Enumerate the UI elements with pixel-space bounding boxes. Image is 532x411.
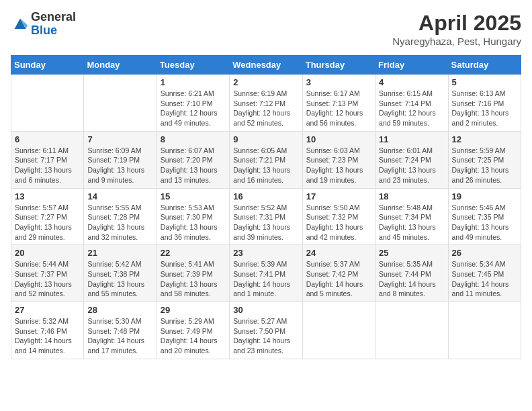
calendar-table: SundayMondayTuesdayWednesdayThursdayFrid… [11,55,521,359]
day-number: 30 [233,305,298,315]
day-number: 12 [452,134,517,144]
day-detail: Sunrise: 5:57 AM Sunset: 7:27 PM Dayligh… [15,203,80,242]
header-monday: Monday [84,56,157,75]
day-number: 20 [15,248,80,258]
day-detail: Sunrise: 6:21 AM Sunset: 7:10 PM Dayligh… [161,89,226,128]
calendar-cell: 11Sunrise: 6:01 AM Sunset: 7:24 PM Dayli… [375,131,448,188]
day-number: 9 [233,134,298,144]
day-detail: Sunrise: 5:50 AM Sunset: 7:32 PM Dayligh… [306,203,371,242]
calendar-cell: 3Sunrise: 6:17 AM Sunset: 7:13 PM Daylig… [302,75,375,132]
day-number: 1 [161,77,226,87]
calendar-cell: 9Sunrise: 6:05 AM Sunset: 7:21 PM Daylig… [230,131,302,188]
day-detail: Sunrise: 6:07 AM Sunset: 7:20 PM Dayligh… [161,146,226,185]
day-number: 10 [306,134,371,144]
day-detail: Sunrise: 6:17 AM Sunset: 7:13 PM Dayligh… [306,89,371,128]
day-number: 17 [306,191,371,201]
day-number: 25 [379,248,444,258]
day-detail: Sunrise: 5:59 AM Sunset: 7:25 PM Dayligh… [452,146,517,185]
day-detail: Sunrise: 6:01 AM Sunset: 7:24 PM Dayligh… [379,146,444,185]
day-number: 18 [379,191,444,201]
calendar-cell: 19Sunrise: 5:46 AM Sunset: 7:35 PM Dayli… [448,188,521,245]
day-number: 16 [233,191,298,201]
calendar-cell: 10Sunrise: 6:03 AM Sunset: 7:23 PM Dayli… [302,131,375,188]
day-number: 23 [233,248,298,258]
calendar-cell: 8Sunrise: 6:07 AM Sunset: 7:20 PM Daylig… [157,131,229,188]
day-number: 7 [87,134,152,144]
calendar-cell: 2Sunrise: 6:19 AM Sunset: 7:12 PM Daylig… [230,75,302,132]
page-title: April 2025 [392,11,521,36]
header-tuesday: Tuesday [157,56,229,75]
day-number: 11 [379,134,444,144]
calendar-cell: 13Sunrise: 5:57 AM Sunset: 7:27 PM Dayli… [11,188,84,245]
calendar-cell: 21Sunrise: 5:42 AM Sunset: 7:38 PM Dayli… [84,245,157,302]
day-detail: Sunrise: 5:52 AM Sunset: 7:31 PM Dayligh… [233,203,298,242]
header-thursday: Thursday [302,56,375,75]
calendar-cell: 6Sunrise: 6:11 AM Sunset: 7:17 PM Daylig… [11,131,84,188]
day-number: 4 [379,77,444,87]
day-detail: Sunrise: 5:35 AM Sunset: 7:44 PM Dayligh… [379,259,444,299]
logo-icon [11,15,30,34]
day-number: 14 [87,191,152,201]
calendar-cell: 22Sunrise: 5:41 AM Sunset: 7:39 PM Dayli… [157,245,229,302]
day-number: 8 [161,134,226,144]
header-sunday: Sunday [11,56,84,75]
calendar-cell: 4Sunrise: 6:15 AM Sunset: 7:14 PM Daylig… [375,75,448,132]
day-detail: Sunrise: 5:37 AM Sunset: 7:42 PM Dayligh… [306,259,371,299]
day-number: 5 [452,77,517,87]
calendar-cell: 7Sunrise: 6:09 AM Sunset: 7:19 PM Daylig… [84,131,157,188]
day-detail: Sunrise: 6:13 AM Sunset: 7:16 PM Dayligh… [452,89,517,128]
day-detail: Sunrise: 5:32 AM Sunset: 7:46 PM Dayligh… [15,316,80,356]
calendar-cell: 14Sunrise: 5:55 AM Sunset: 7:28 PM Dayli… [84,188,157,245]
day-detail: Sunrise: 6:19 AM Sunset: 7:12 PM Dayligh… [233,89,298,128]
calendar-cell: 15Sunrise: 5:53 AM Sunset: 7:30 PM Dayli… [157,188,229,245]
logo-general-text: General [31,10,76,24]
calendar-cell: 1Sunrise: 6:21 AM Sunset: 7:10 PM Daylig… [157,75,229,132]
calendar-cell: 27Sunrise: 5:32 AM Sunset: 7:46 PM Dayli… [11,302,84,359]
calendar-cell: 23Sunrise: 5:39 AM Sunset: 7:41 PM Dayli… [230,245,302,302]
day-number: 27 [15,305,80,315]
page-subtitle: Nyaregyhaza, Pest, Hungary [392,36,521,47]
day-number: 2 [233,77,298,87]
day-detail: Sunrise: 5:41 AM Sunset: 7:39 PM Dayligh… [161,259,226,299]
day-detail: Sunrise: 6:09 AM Sunset: 7:19 PM Dayligh… [87,146,152,185]
calendar-cell: 12Sunrise: 5:59 AM Sunset: 7:25 PM Dayli… [448,131,521,188]
header-saturday: Saturday [448,56,521,75]
header-wednesday: Wednesday [230,56,302,75]
day-number: 19 [452,191,517,201]
calendar-cell: 18Sunrise: 5:48 AM Sunset: 7:34 PM Dayli… [375,188,448,245]
calendar-cell [302,302,375,359]
calendar-cell [448,302,521,359]
day-detail: Sunrise: 5:30 AM Sunset: 7:48 PM Dayligh… [87,316,152,356]
day-detail: Sunrise: 6:11 AM Sunset: 7:17 PM Dayligh… [15,146,80,185]
day-detail: Sunrise: 6:15 AM Sunset: 7:14 PM Dayligh… [379,89,444,128]
day-detail: Sunrise: 5:48 AM Sunset: 7:34 PM Dayligh… [379,203,444,242]
day-number: 3 [306,77,371,87]
day-detail: Sunrise: 5:39 AM Sunset: 7:41 PM Dayligh… [233,259,298,299]
day-detail: Sunrise: 5:55 AM Sunset: 7:28 PM Dayligh… [87,203,152,242]
day-detail: Sunrise: 5:46 AM Sunset: 7:35 PM Dayligh… [452,203,517,242]
calendar-cell [84,75,157,132]
calendar-cell [11,75,84,132]
day-number: 28 [87,305,152,315]
calendar-cell: 25Sunrise: 5:35 AM Sunset: 7:44 PM Dayli… [375,245,448,302]
page-header: General Blue April 2025 Nyaregyhaza, Pes… [11,11,521,47]
logo: General Blue [11,11,76,38]
day-detail: Sunrise: 5:29 AM Sunset: 7:49 PM Dayligh… [161,316,226,356]
calendar-cell: 24Sunrise: 5:37 AM Sunset: 7:42 PM Dayli… [302,245,375,302]
calendar-header: SundayMondayTuesdayWednesdayThursdayFrid… [11,56,521,75]
day-detail: Sunrise: 6:03 AM Sunset: 7:23 PM Dayligh… [306,146,371,185]
header-friday: Friday [375,56,448,75]
calendar-cell: 5Sunrise: 6:13 AM Sunset: 7:16 PM Daylig… [448,75,521,132]
day-number: 24 [306,248,371,258]
title-block: April 2025 Nyaregyhaza, Pest, Hungary [392,11,521,47]
day-detail: Sunrise: 5:27 AM Sunset: 7:50 PM Dayligh… [233,316,298,356]
calendar-cell: 20Sunrise: 5:44 AM Sunset: 7:37 PM Dayli… [11,245,84,302]
day-number: 26 [452,248,517,258]
logo-blue-text: Blue [31,24,57,37]
day-detail: Sunrise: 5:34 AM Sunset: 7:45 PM Dayligh… [452,259,517,299]
calendar-cell: 26Sunrise: 5:34 AM Sunset: 7:45 PM Dayli… [448,245,521,302]
day-number: 29 [161,305,226,315]
calendar-cell: 28Sunrise: 5:30 AM Sunset: 7:48 PM Dayli… [84,302,157,359]
day-detail: Sunrise: 6:05 AM Sunset: 7:21 PM Dayligh… [233,146,298,185]
calendar-cell [375,302,448,359]
